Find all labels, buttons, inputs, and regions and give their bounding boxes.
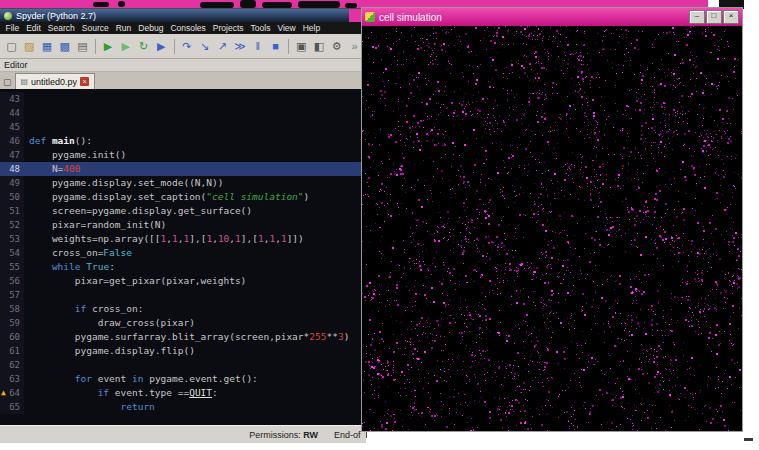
- run-icon[interactable]: ▶: [100, 37, 117, 56]
- code-text: pixar=random_init(N): [24, 218, 166, 232]
- spyder-toolbar: ▢▨▦▩▤▶▶↻▶↷↘↗≫‖■▣◧⚙»: [0, 34, 366, 59]
- toolbar-separator: [288, 39, 289, 54]
- tab-untitled0[interactable]: ▤ untitled0.py ×: [15, 73, 96, 89]
- code-text: [24, 106, 29, 120]
- code-text: if cross_on:: [24, 302, 143, 316]
- code-line-64: 64▲ if event.type ==QUIT:: [0, 386, 366, 400]
- desktop-smudge: [240, 0, 256, 8]
- desktop-smudge: [345, 3, 357, 8]
- line-number: 64▲: [0, 386, 24, 400]
- options-icon[interactable]: ⚙: [328, 37, 345, 56]
- code-line-59: 59 draw_cross(pixar): [0, 316, 366, 330]
- menu-debug[interactable]: Debug: [135, 23, 167, 33]
- simulation-canvas: [362, 26, 742, 431]
- step-into-icon[interactable]: ↘: [196, 37, 213, 56]
- code-line-49: 49 pygame.display.set_mode((N,N)): [0, 176, 366, 190]
- line-number: 51: [0, 204, 24, 218]
- open-file-icon[interactable]: ▨: [21, 37, 38, 56]
- pause-icon[interactable]: ‖: [250, 37, 267, 56]
- code-text: for event in pygame.event.get():: [24, 372, 258, 386]
- code-line-55: 55 while True:: [0, 260, 366, 274]
- line-number: 56: [0, 274, 24, 288]
- fullscreen-icon[interactable]: ▣: [293, 37, 310, 56]
- code-text: weights=np.array([[1,1,1],[1,10,1],[1,1,…: [24, 232, 304, 246]
- line-number: 48: [0, 162, 24, 176]
- status-eol: End-of: [334, 430, 361, 440]
- menu-edit[interactable]: Edit: [23, 23, 45, 33]
- print-icon[interactable]: ▤: [74, 37, 91, 56]
- new-file-icon[interactable]: ▢: [3, 37, 20, 56]
- desktop-smudge: [93, 2, 109, 7]
- code-text: cross_on=False: [24, 246, 132, 260]
- code-line-48: 48 N=400: [0, 162, 366, 176]
- spyder-icon: [4, 12, 12, 20]
- code-text: draw_cross(pixar): [24, 316, 195, 330]
- editor-tabbar: ▢ ▤ untitled0.py ×: [0, 72, 366, 89]
- stop-icon[interactable]: ■: [267, 37, 284, 56]
- spyder-window: Spyder (Python 2.7) FileEditSearchSource…: [0, 9, 366, 437]
- continue-icon[interactable]: ≫: [232, 37, 249, 56]
- layout-icon[interactable]: ◧: [311, 37, 328, 56]
- code-line-62: 62: [0, 358, 366, 372]
- minimize-icon[interactable]: –: [689, 10, 705, 24]
- code-line-43: 43: [0, 92, 366, 106]
- pygame-window-controls: – □ ×: [689, 10, 739, 24]
- spyder-statusbar: Permissions: RW End-of: [0, 425, 366, 443]
- code-line-47: 47 pygame.init(): [0, 148, 366, 162]
- menu-search[interactable]: Search: [44, 23, 78, 33]
- spyder-titlebar[interactable]: Spyder (Python 2.7): [0, 9, 366, 22]
- step-over-icon[interactable]: ↷: [179, 37, 196, 56]
- line-number: 59: [0, 316, 24, 330]
- line-number: 44: [0, 106, 24, 120]
- save-icon[interactable]: ▦: [39, 37, 56, 56]
- line-number: 65: [0, 400, 24, 414]
- menu-projects[interactable]: Projects: [209, 23, 247, 33]
- tab-label: untitled0.py: [31, 77, 77, 87]
- code-line-54: 54 cross_on=False: [0, 246, 366, 260]
- editor-pane-label: Editor: [0, 59, 366, 72]
- code-text: pixar=get_pixar(pixar,weights): [24, 274, 246, 288]
- code-line-60: 60 pygame.surfarray.blit_array(screen,pi…: [0, 330, 366, 344]
- toolbar-separator: [95, 39, 96, 54]
- menu-tools[interactable]: Tools: [247, 23, 274, 33]
- line-number: 43: [0, 92, 24, 106]
- code-text: while True:: [24, 260, 115, 274]
- desktop-smudge: [118, 1, 125, 7]
- status-permissions: Permissions: RW: [249, 430, 318, 440]
- tab-list-icon[interactable]: ▢: [3, 77, 12, 87]
- code-line-53: 53 weights=np.array([[1,1,1],[1,10,1],[1…: [0, 232, 366, 246]
- menu-consoles[interactable]: Consoles: [167, 23, 209, 33]
- rerun-icon[interactable]: ↻: [135, 37, 152, 56]
- run-selection-icon[interactable]: ▶: [117, 37, 134, 56]
- code-text: pygame.display.set_caption("cell simulat…: [24, 190, 309, 204]
- pygame-titlebar[interactable]: cell simulation – □ ×: [362, 8, 742, 26]
- code-line-63: 63 for event in pygame.event.get():: [0, 372, 366, 386]
- tab-close-icon[interactable]: ×: [80, 77, 89, 86]
- code-line-58: 58 if cross_on:: [0, 302, 366, 316]
- code-line-57: 57: [0, 288, 366, 302]
- step-out-icon[interactable]: ↗: [214, 37, 231, 56]
- menu-run[interactable]: Run: [112, 23, 135, 33]
- file-icon: ▤: [21, 77, 29, 86]
- menu-source[interactable]: Source: [78, 23, 112, 33]
- maximize-icon[interactable]: □: [706, 10, 722, 24]
- line-number: 46: [0, 134, 24, 148]
- code-editor[interactable]: 43444546def main():47 pygame.init()48 N=…: [0, 89, 366, 425]
- menu-file[interactable]: File: [2, 23, 23, 33]
- close-icon[interactable]: ×: [723, 10, 739, 24]
- code-text: N=400: [24, 162, 81, 176]
- editor-pane-title: Editor: [4, 60, 28, 70]
- artifact-mark: [744, 438, 753, 441]
- pygame-icon: [365, 12, 375, 22]
- menu-view[interactable]: View: [274, 23, 299, 33]
- debug-icon[interactable]: ▶: [153, 37, 170, 56]
- save-all-icon[interactable]: ▩: [56, 37, 73, 56]
- line-number: 49: [0, 176, 24, 190]
- code-text: [24, 288, 29, 302]
- line-number: 52: [0, 218, 24, 232]
- interpreter-icon[interactable]: »: [346, 37, 363, 56]
- line-number: 58: [0, 302, 24, 316]
- code-line-61: 61 pygame.display.flip(): [0, 344, 366, 358]
- code-text: pygame.display.set_mode((N,N)): [24, 176, 223, 190]
- menu-help[interactable]: Help: [299, 23, 323, 33]
